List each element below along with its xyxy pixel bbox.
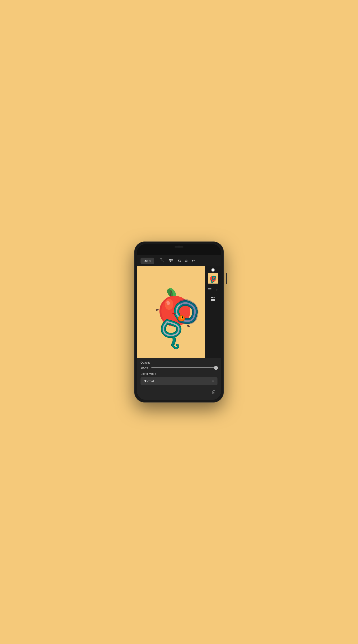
svg-line-1 xyxy=(162,260,164,262)
svg-point-7 xyxy=(170,261,171,262)
side-button xyxy=(226,273,227,284)
canvas-area xyxy=(137,266,205,358)
blend-mode-section: Blend Mode Normal ▼ xyxy=(141,372,217,385)
delete-row xyxy=(141,388,217,397)
svg-point-21 xyxy=(182,317,183,317)
selection-tool-icon[interactable] xyxy=(160,258,164,264)
phone-screen: Done xyxy=(137,244,221,400)
svg-point-15 xyxy=(187,325,190,327)
add-layer-button[interactable]: + xyxy=(214,286,220,294)
svg-point-5 xyxy=(170,259,171,260)
svg-point-20 xyxy=(182,317,183,318)
svg-rect-0 xyxy=(160,258,162,260)
opacity-slider-fill xyxy=(151,368,217,368)
svg-point-14 xyxy=(155,308,159,311)
bottom-panel: Opacity 100% Blend Mode Normal ▼ xyxy=(137,358,221,400)
layer-thumbnail[interactable] xyxy=(208,273,218,284)
fx-tool-icon[interactable]: ƒx xyxy=(177,258,181,263)
right-panel: + + xyxy=(205,266,221,358)
opacity-label: Opacity xyxy=(141,361,217,364)
svg-rect-28 xyxy=(211,299,215,300)
speaker-grille xyxy=(175,246,183,248)
top-toolbar: Done xyxy=(137,255,221,266)
opacity-row: 100% xyxy=(141,366,217,370)
artwork-illustration xyxy=(137,266,205,358)
done-button[interactable]: Done xyxy=(141,258,154,264)
svg-point-6 xyxy=(171,260,172,261)
opacity-slider-thumb[interactable] xyxy=(214,366,218,370)
phone-device: Done xyxy=(134,242,224,402)
opacity-value: 100% xyxy=(141,366,149,370)
blend-tool-icon[interactable]: & xyxy=(185,258,188,263)
blend-mode-dropdown[interactable]: Normal ▼ xyxy=(141,377,217,385)
svg-rect-24 xyxy=(208,288,211,289)
add-group-button[interactable]: + xyxy=(208,295,218,303)
layers-button[interactable] xyxy=(206,286,213,294)
app-screen: Done xyxy=(137,255,221,400)
svg-rect-29 xyxy=(211,300,215,301)
svg-rect-34 xyxy=(213,390,215,391)
opacity-section: Opacity 100% xyxy=(141,361,217,370)
svg-text:+: + xyxy=(214,296,215,298)
undo-tool-icon[interactable]: ↩ xyxy=(192,258,195,263)
toolbar-icons: ƒx & ↩ xyxy=(160,258,195,264)
layer-visibility-toggle[interactable] xyxy=(211,268,215,272)
delete-layer-button[interactable] xyxy=(211,389,217,397)
svg-rect-25 xyxy=(208,290,211,290)
adjust-tool-icon[interactable] xyxy=(168,258,173,264)
svg-rect-26 xyxy=(208,291,211,291)
blend-mode-label: Blend Mode xyxy=(141,372,217,376)
blend-mode-selected: Normal xyxy=(144,380,154,383)
opacity-slider-track[interactable] xyxy=(151,368,217,368)
blend-mode-chevron: ▼ xyxy=(212,380,214,383)
